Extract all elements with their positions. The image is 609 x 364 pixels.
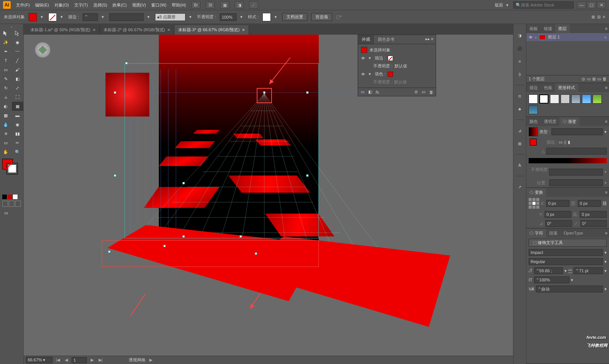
new-stroke-icon[interactable]: ◧ [367, 89, 373, 95]
last-artboard[interactable]: ▶| [98, 357, 104, 363]
tab-layers[interactable]: 图层 [555, 24, 570, 33]
eraser-tool[interactable]: ◧ [12, 74, 24, 83]
arrange-icon[interactable]: ▦ [220, 1, 229, 9]
style-swatch[interactable] [571, 94, 580, 104]
rectangle-tool[interactable]: ▭ [0, 65, 12, 74]
color-mode[interactable] [2, 195, 7, 199]
maximize-button[interactable]: ▢ [587, 2, 596, 8]
selection-handle[interactable] [125, 62, 128, 64]
touch-type-button[interactable]: ⬚ 修饰文字工具 [529, 239, 607, 247]
panel-menu-icon[interactable]: ≡ [604, 229, 609, 237]
perspective-grid-tool[interactable]: ▦ [12, 102, 24, 111]
delete-icon[interactable]: 🗑 [428, 89, 434, 95]
kerning-input[interactable]: ⌃ 自动 [536, 286, 603, 292]
none-mode[interactable] [13, 195, 18, 199]
next-artboard[interactable]: ▶ [89, 357, 95, 363]
transform-rotate[interactable]: 0° [545, 220, 572, 227]
stroke-row[interactable]: 描边 : [375, 55, 385, 61]
dock-align-icon[interactable]: ⊿ [516, 127, 524, 134]
panel-collapse[interactable]: ▸▸ ≡ [423, 35, 436, 44]
zoom-tool[interactable]: 🔍 [12, 147, 24, 156]
visibility-icon[interactable]: 👁 [529, 35, 533, 40]
style-swatch[interactable] [561, 94, 570, 104]
brush-dropdown[interactable] [109, 13, 144, 21]
screen-mode[interactable]: ▭ [0, 208, 12, 217]
feedback-icon[interactable]: ☄ [249, 1, 258, 9]
transform-h[interactable]: 0 px [580, 211, 607, 218]
draw-inside[interactable] [15, 201, 21, 207]
doc-tab-1[interactable]: 未标题-1.ai* @ 50% (RGB/预览)✕ [27, 25, 100, 35]
tab-color[interactable]: 颜色 [526, 117, 541, 126]
gradient-slider[interactable] [529, 158, 607, 163]
type-tool[interactable]: T [0, 56, 12, 65]
artboard-tool[interactable]: ▭ [0, 138, 12, 147]
gradient-mode[interactable] [8, 195, 12, 199]
stop-location-input[interactable] [549, 179, 603, 186]
dock-char-icon[interactable]: A [516, 161, 524, 169]
symbol-sprayer-tool[interactable]: ※ [0, 129, 12, 138]
gradient-preview-swatch[interactable] [529, 127, 538, 136]
new-layer-icon[interactable]: ▭ [597, 77, 601, 81]
hand-tool[interactable]: ✋ [0, 147, 12, 156]
style-swatch[interactable] [539, 94, 548, 104]
panel-menu-icon[interactable]: ≡ [604, 188, 609, 196]
magic-wand-tool[interactable]: ✨ [0, 38, 12, 47]
transform-shear[interactable]: 0° [580, 220, 607, 227]
document-setup-button[interactable]: 文档设置 [282, 13, 307, 21]
dock-color-icon[interactable]: ◑ [516, 32, 524, 39]
shape-builder-tool[interactable]: ◐ [0, 102, 12, 111]
font-size-input[interactable]: ⌃ 59.66 ; [534, 267, 563, 274]
close-tab-icon[interactable]: ✕ [167, 28, 170, 32]
style-swatch[interactable] [529, 105, 538, 114]
visibility-icon[interactable]: 👁 [361, 72, 366, 77]
tab-opentype[interactable]: OpenType [561, 229, 586, 237]
shaper-tool[interactable]: ✎ [0, 74, 12, 83]
menu-file[interactable]: 文件(F) [16, 2, 30, 8]
tab-character[interactable]: ◇ 字符 [526, 229, 546, 238]
style-swatch[interactable] [593, 94, 602, 104]
mesh-tool[interactable]: ▩ [0, 111, 12, 120]
curvature-tool[interactable]: 〰 [12, 47, 24, 56]
duplicate-icon[interactable]: ▭ [420, 89, 427, 95]
stroke-grad-mode-1[interactable]: ▭ [559, 140, 563, 145]
close-button[interactable]: ✕ [597, 2, 606, 8]
grid-handle[interactable] [263, 91, 265, 94]
tab-appearance[interactable]: 外观 [358, 35, 374, 44]
stroke-swatch[interactable] [48, 13, 57, 21]
menu-window[interactable]: 窗口(W) [151, 2, 166, 8]
reference-point[interactable] [529, 198, 539, 209]
stock-button[interactable]: St [206, 1, 215, 9]
eyedropper-tool[interactable]: 💧 [0, 120, 12, 129]
new-sublayer-icon[interactable]: ⊞ [592, 77, 596, 81]
dock-brushes-icon[interactable]: ≡ [516, 57, 524, 65]
tab-transparency[interactable]: 透明度 [541, 117, 559, 126]
dock-stroke-icon[interactable]: ⧈ [516, 92, 524, 100]
slice-tool[interactable]: ✂ [12, 138, 24, 147]
fill-dropdown[interactable]: ▾ [41, 14, 45, 19]
dock-gradient-icon[interactable]: ♣ [516, 105, 524, 113]
dock-swatches-icon[interactable]: ⬛ [516, 45, 524, 52]
bridge-button[interactable]: Br [191, 1, 200, 9]
canvas[interactable]: 外观 颜色参考 ▸▸ ≡ 未选择对象 👁▾描边 : 不透明度 :默认值 👁▾填色… [24, 35, 513, 356]
grid-handle[interactable] [182, 235, 185, 238]
gradient-tool[interactable]: ▬ [12, 111, 24, 120]
scale-tool[interactable]: ⤢ [12, 83, 24, 93]
style-swatch[interactable] [262, 13, 271, 21]
doc-tab-2[interactable]: 未标题-2* @ 66.67% (RGB/预览)✕ [100, 25, 174, 35]
locate-layer-icon[interactable]: ◎ [582, 77, 585, 81]
gradient-angle-input[interactable] [546, 148, 607, 155]
grid-handle[interactable] [306, 174, 308, 177]
layout-dropdown[interactable]: 版面 [495, 2, 503, 8]
clear-icon[interactable]: ⊘ [413, 89, 419, 95]
close-tab-icon[interactable]: ✕ [93, 28, 96, 32]
panel-menu[interactable]: ≡ [603, 14, 605, 19]
opacity-row[interactable]: 不透明度 : [373, 63, 392, 69]
column-graph-tool[interactable]: ▮▮ [12, 129, 24, 138]
dock-symbols-icon[interactable]: ⟠ [516, 70, 524, 78]
menu-object[interactable]: 对象(O) [54, 2, 69, 8]
draw-normal[interactable] [2, 201, 8, 207]
tab-transform[interactable]: ◇ 变换 [526, 188, 546, 197]
artboard-nav-input[interactable]: 1 [72, 357, 87, 363]
lasso-tool[interactable]: ◉ [12, 38, 24, 47]
stroke-weight-input[interactable]: ⌃ [83, 13, 98, 21]
